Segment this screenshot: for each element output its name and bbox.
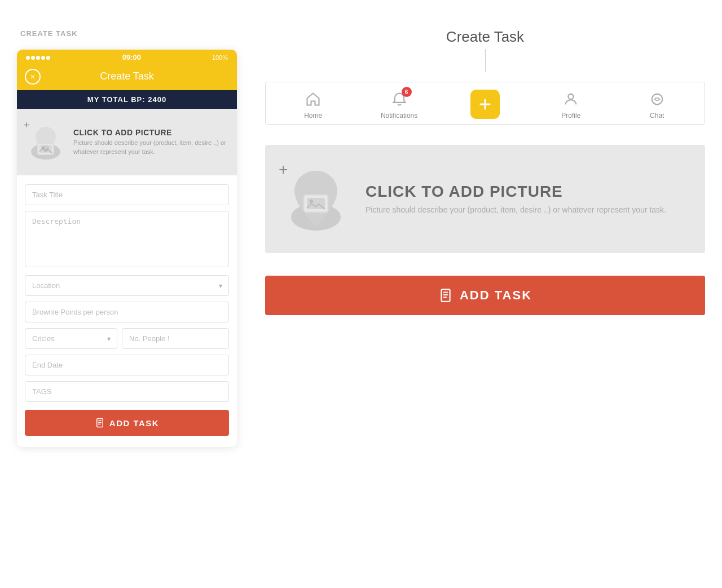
bp-bar: MY TOTAL BP: 2400 <box>17 90 237 109</box>
mobile-section-label: CREATE TASK <box>20 29 78 38</box>
bottom-nav: Home 6 Notifications <box>265 82 705 125</box>
nav-item-home[interactable]: Home <box>290 89 336 120</box>
bell-icon-wrap: 6 <box>389 89 410 109</box>
picture-icon-wrap: + <box>26 122 65 162</box>
desktop-section: Create Task Home 6 Notifications <box>265 28 705 315</box>
picture-upload-area[interactable]: + CLICK TO ADD PICTURE Picture should de… <box>17 109 237 175</box>
desktop-plus-icon: + <box>279 162 288 178</box>
circles-row: Cricles ▾ <box>25 328 229 349</box>
profile-icon-wrap <box>561 89 581 109</box>
svg-point-14 <box>310 200 313 203</box>
desktop-picture-placeholder <box>282 165 350 233</box>
header-title: Create Task <box>100 70 154 82</box>
mobile-add-task-button[interactable]: ADD TASK <box>25 410 229 436</box>
status-time: 09:00 <box>122 53 141 61</box>
picture-subtitle: Picture should describe your (product, i… <box>73 139 228 156</box>
desktop-document-icon <box>438 288 453 303</box>
desktop-picture-text: CLICK TO ADD PICTURE Picture should desc… <box>366 183 666 216</box>
notifications-label: Notifications <box>381 112 417 120</box>
mobile-form: Location ▾ Cricles ▾ ADD TASK <box>17 175 237 447</box>
plus-icon: + <box>24 120 30 130</box>
desktop-picture-icon-wrap: + <box>282 165 350 233</box>
home-icon-wrap <box>303 89 323 109</box>
signal-dots <box>26 54 51 61</box>
notification-badge: 6 <box>402 87 412 97</box>
home-icon <box>305 91 321 107</box>
chat-label: Chat <box>650 112 664 120</box>
location-select-wrap: Location ▾ <box>25 275 229 296</box>
tags-input[interactable] <box>25 381 229 402</box>
desktop-picture-title: CLICK TO ADD PICTURE <box>366 183 666 201</box>
plus-icon <box>477 96 493 112</box>
home-label: Home <box>304 112 322 120</box>
circles-select[interactable]: Cricles <box>25 328 117 349</box>
chat-icon-wrap <box>647 89 667 109</box>
picture-text: CLICK TO ADD PICTURE Picture should desc… <box>73 128 228 156</box>
profile-label: Profile <box>561 112 580 120</box>
description-input[interactable] <box>25 211 229 267</box>
back-button[interactable]: × <box>25 69 41 85</box>
status-bar: 09:00 100% <box>17 50 237 65</box>
desktop-page-title: Create Task <box>265 28 705 46</box>
svg-point-8 <box>569 94 574 99</box>
nav-item-chat[interactable]: Chat <box>635 89 680 120</box>
title-divider <box>485 49 486 72</box>
nav-item-notifications[interactable]: 6 Notifications <box>377 89 422 120</box>
mobile-frame: 09:00 100% × Create Task MY TOTAL BP: 24… <box>17 50 237 447</box>
svg-rect-7 <box>97 419 103 427</box>
desktop-picture-upload-area[interactable]: + CLICK TO ADD PICTURE Picture should de… <box>265 145 705 253</box>
chat-icon <box>649 91 665 107</box>
person-icon <box>563 91 579 107</box>
svg-rect-15 <box>441 289 450 302</box>
add-task-label: ADD TASK <box>109 418 159 428</box>
document-icon <box>95 418 105 428</box>
svg-point-9 <box>651 94 662 105</box>
task-title-input[interactable] <box>25 184 229 205</box>
desktop-picture-subtitle: Picture should describe your (product, i… <box>366 204 666 216</box>
picture-title: CLICK TO ADD PICTURE <box>73 128 228 137</box>
mobile-header: × Create Task <box>17 65 237 90</box>
brownie-points-input[interactable] <box>25 302 229 322</box>
end-date-input[interactable] <box>25 355 229 375</box>
location-select[interactable]: Location <box>25 275 229 296</box>
add-button[interactable] <box>470 90 500 119</box>
nav-item-add[interactable] <box>463 90 508 119</box>
status-battery: 100% <box>212 54 228 61</box>
no-people-input[interactable] <box>122 328 229 349</box>
desktop-add-task-label: ADD TASK <box>460 288 532 303</box>
nav-item-profile[interactable]: Profile <box>548 89 593 120</box>
circles-select-wrap: Cricles ▾ <box>25 328 117 349</box>
desktop-add-task-button[interactable]: ADD TASK <box>265 276 705 315</box>
